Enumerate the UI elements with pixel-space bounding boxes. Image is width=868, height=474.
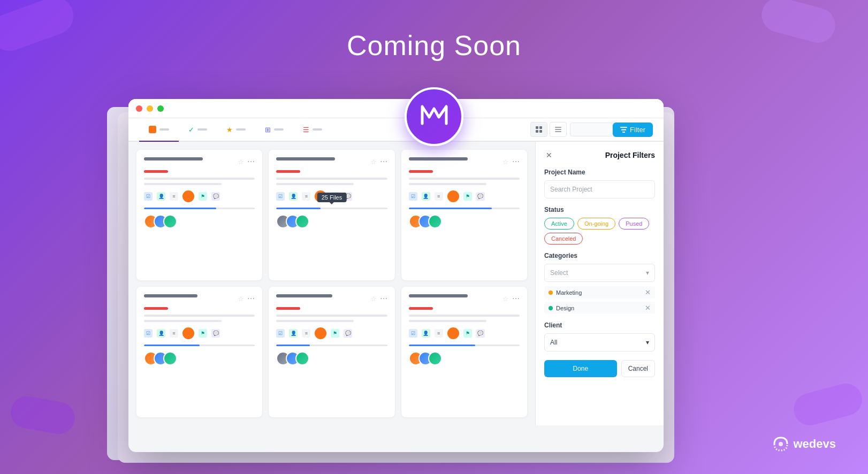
card-icon-tasks-2[interactable]: ☑ [276,192,285,201]
remove-design-button[interactable]: ✕ [645,304,651,312]
card-avatars-5 [276,351,387,365]
maximize-window-button[interactable] [157,105,164,112]
tab-item-5[interactable]: ☰ [293,118,332,141]
card-progress-6 [409,345,520,346]
cancel-button[interactable]: Cancel [621,360,655,377]
avatar-1-3 [163,215,177,228]
done-button[interactable]: Done [544,360,617,377]
card-star-2[interactable]: ☆ [370,158,377,166]
status-tag-active[interactable]: Active [544,218,574,230]
card-menu-6[interactable]: ⋯ [512,294,520,303]
card-icon-tasks-3[interactable]: ☑ [409,192,417,201]
card-icon-chat-6[interactable]: 💬 [476,329,485,338]
card-icon-members-1[interactable]: 👤 [157,192,165,201]
card-progress-4 [144,345,255,346]
card-avatars-1 [144,215,255,228]
remove-marketing-button[interactable]: ✕ [645,288,651,296]
card-menu-5[interactable]: ⋯ [380,294,387,303]
card-icon-list-3[interactable]: ≡ [435,192,443,201]
tab-item-2[interactable]: ✓ [179,118,217,141]
card-icon-list-5[interactable]: ≡ [302,329,310,338]
card-menu-2[interactable]: ⋯ [380,157,387,166]
card-icon-video-6[interactable] [447,327,459,339]
card-icon-tasks-1[interactable]: ☑ [144,192,153,201]
card-icons-5: ☑ 👤 ≡ ⚑ 💬 [276,327,387,339]
card-icon-list-1[interactable]: ≡ [170,192,178,201]
card-icon-members-6[interactable]: 👤 [422,329,430,338]
list-view-button[interactable] [550,122,567,137]
card-desc-short-3 [409,183,486,185]
progress-fill-5 [276,345,309,346]
card-icon-video-3[interactable] [447,190,459,202]
card-menu-1[interactable]: ⋯ [247,157,255,166]
svg-rect-6 [555,131,561,132]
status-tag-ongoing[interactable]: On-going [577,218,615,230]
tab-icon-star: ★ [226,126,233,134]
category-tag-design: Design ✕ [544,302,655,314]
filter-header: ✕ Project Filters [544,150,655,160]
status-tag-paused[interactable]: Pused [619,218,649,230]
card-actions-6: ☆ ⋯ [502,294,520,303]
card-icons-4: ☑ 👤 ≡ ⚑ 💬 [144,327,255,339]
card-icon-members-4[interactable]: 👤 [157,329,165,338]
card-icon-list-4[interactable]: ≡ [170,329,178,338]
marketing-dot [549,290,553,295]
card-icon-chat-5[interactable]: 💬 [344,329,352,338]
card-star-6[interactable]: ☆ [502,295,509,303]
card-icon-list-2[interactable]: ≡ [302,192,310,201]
card-icon-chat-4[interactable]: 💬 [211,329,220,338]
tab-bar: ✓ ★ ⊞ ☰ [128,118,664,142]
card-icon-chat-1[interactable]: 💬 [211,192,220,201]
card-icon-chat-3[interactable]: 💬 [476,192,485,201]
view-toggle [530,122,567,137]
avatar-4-3 [163,351,177,365]
card-icon-list-6[interactable]: ≡ [435,329,443,338]
marketing-label: Marketing [556,289,582,296]
grid-view-button[interactable] [530,122,547,137]
filter-panel-title: Project Filters [605,151,655,159]
page-title: Coming Soon [347,29,521,62]
tab-item-3[interactable]: ★ [217,118,255,141]
cat-left-marketing: Marketing [549,289,582,296]
card-star-3[interactable]: ☆ [502,158,509,166]
card-icon-members-3[interactable]: 👤 [422,192,430,201]
card-icon-members-5[interactable]: 👤 [289,329,298,338]
client-dropdown[interactable]: All ▾ [544,333,655,351]
card-icon-tasks-6[interactable]: ☑ [409,329,417,338]
filter-categories-section: Categories Select ▾ Marketing ✕ [544,252,655,314]
card-star-5[interactable]: ☆ [370,295,377,303]
card-icon-video-4[interactable] [182,327,194,339]
card-desc-short-2 [276,183,354,185]
card-star-4[interactable]: ☆ [238,295,244,303]
card-progress-3 [409,208,520,209]
card-icon-members-2[interactable]: 👤 [289,192,298,201]
status-tag-canceled[interactable]: Canceled [544,233,583,244]
card-icon-flag-4[interactable]: ⚑ [199,329,207,338]
card-menu-3[interactable]: ⋯ [512,157,520,166]
sort-dropdown[interactable] [570,123,613,136]
card-icon-flag-6[interactable]: ⚑ [463,329,472,338]
tab-label-3 [236,128,246,131]
card-icon-flag-1[interactable]: ⚑ [199,192,207,201]
filter-close-button[interactable]: ✕ [544,150,554,160]
close-window-button[interactable] [136,105,142,112]
tab-item-4[interactable]: ⊞ [255,118,293,141]
card-star-1[interactable]: ☆ [238,158,244,166]
card-menu-4[interactable]: ⋯ [247,294,255,303]
card-icon-tasks-4[interactable]: ☑ [144,329,153,338]
card-actions-5: ☆ ⋯ [370,294,387,303]
categories-dropdown[interactable]: Select ▾ [544,264,655,282]
card-icon-video-1[interactable] [182,190,194,202]
card-icon-flag-3[interactable]: ⚑ [463,192,472,201]
tab-item-1[interactable] [139,118,179,141]
card-icon-video-5[interactable] [315,327,326,339]
minimize-window-button[interactable] [147,105,153,112]
filter-label: Filter [630,126,645,134]
progress-wrapper-1 [144,205,255,209]
filter-button[interactable]: Filter [613,123,653,137]
svg-rect-0 [536,126,538,129]
project-search-input[interactable] [544,180,655,198]
card-icon-flag-5[interactable]: ⚑ [331,329,339,338]
filter-project-name-section: Project Name [544,169,655,198]
card-icon-tasks-5[interactable]: ☑ [276,329,285,338]
